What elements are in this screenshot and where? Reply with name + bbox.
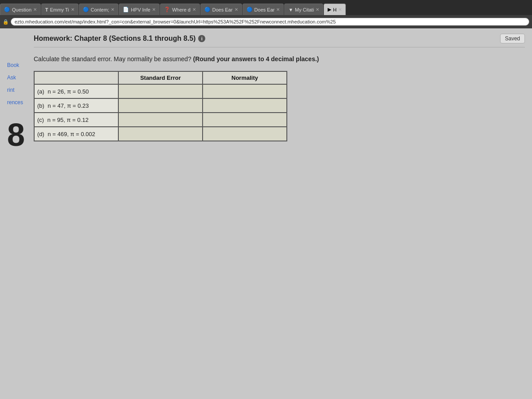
tab-active-close[interactable]: ✕ xyxy=(338,7,342,12)
main-area: Homework: Chapter 8 (Sections 8.1 throug… xyxy=(30,34,525,394)
tab-citation-icon: ▼ xyxy=(288,7,293,12)
tab-emmy-label: Emmy Ti xyxy=(50,7,69,12)
row-c-se-field[interactable] xyxy=(123,117,198,123)
tab-citation-close[interactable]: ✕ xyxy=(316,7,319,12)
tab-does1-close[interactable]: ✕ xyxy=(235,7,238,12)
tab-hpv-label: HPV Infe xyxy=(131,7,150,12)
tab-where-label: Where d xyxy=(172,7,191,12)
sidebar-book[interactable]: Book xyxy=(7,62,23,68)
row-c-params: n = 95, π = 0.12 xyxy=(47,117,89,123)
tab-hpv-close[interactable]: ✕ xyxy=(152,7,156,12)
sidebar-ask[interactable]: Ask xyxy=(7,74,23,81)
tab-question[interactable]: 🔵 Question ✕ xyxy=(0,4,41,15)
tab-hpv[interactable]: 📄 HPV Infe ✕ xyxy=(119,4,160,15)
row-b-se-field[interactable] xyxy=(123,102,198,109)
row-b-params: n = 47, π = 0.23 xyxy=(48,102,89,109)
row-a-se-field[interactable] xyxy=(123,88,198,95)
tab-contem-label: Contem; xyxy=(91,7,110,12)
tab-where-close[interactable]: ✕ xyxy=(192,7,196,12)
tab-does2-icon: 🔵 xyxy=(246,7,253,12)
row-a-normality-input[interactable] xyxy=(203,84,287,98)
tab-emmy-close[interactable]: ✕ xyxy=(71,7,74,12)
tab-active[interactable]: ▶ H ✕ xyxy=(324,4,346,15)
question-text-emphasis: (Round your answers to 4 decimal places.… xyxy=(193,55,319,63)
sidebar-print[interactable]: rint xyxy=(7,87,23,93)
saved-badge: Saved xyxy=(500,34,525,43)
question-number: 8 xyxy=(7,119,25,151)
answer-table: Standard Error Normality (a) n = 26, π =… xyxy=(34,71,287,141)
homework-title-text: Homework: Chapter 8 (Sections 8.1 throug… xyxy=(34,35,196,43)
tab-does2[interactable]: 🔵 Does Ear ✕ xyxy=(243,4,284,15)
row-d-norm-field[interactable] xyxy=(207,131,282,137)
tab-contem-icon: 🔵 xyxy=(83,7,89,12)
lock-icon: 🔒 xyxy=(3,19,9,25)
question-text: Calculate the standard error. May normal… xyxy=(34,55,525,64)
table-header-standard-error: Standard Error xyxy=(118,71,203,84)
homework-header: Homework: Chapter 8 (Sections 8.1 throug… xyxy=(34,34,525,47)
tab-emmy[interactable]: T Emmy Ti ✕ xyxy=(41,4,78,15)
address-bar-row: 🔒 ezto.mheducation.com/ext/map/index.htm… xyxy=(0,15,532,28)
row-d-letter: (d) xyxy=(37,131,44,137)
tab-does2-close[interactable]: ✕ xyxy=(276,7,280,12)
page-content: Book Ask rint rences 8 Homework: Chapter… xyxy=(0,28,532,399)
homework-title: Homework: Chapter 8 (Sections 8.1 throug… xyxy=(34,35,205,43)
tab-citation[interactable]: ▼ My Citati ✕ xyxy=(284,4,323,15)
tab-question-label: Question xyxy=(12,7,31,12)
tab-active-label: H xyxy=(333,7,336,12)
row-b-norm-field[interactable] xyxy=(207,102,282,109)
table-header-normality: Normality xyxy=(203,71,287,84)
tab-where[interactable]: ❓ Where d ✕ xyxy=(160,4,200,15)
row-b-letter: (b) xyxy=(37,102,44,109)
row-b-label: (b) n = 47, π = 0.23 xyxy=(34,98,118,113)
row-a-params: n = 26, π = 0.50 xyxy=(48,88,89,95)
table-header-empty xyxy=(34,71,118,84)
tab-emmy-icon: T xyxy=(45,7,48,12)
tab-contem-close[interactable]: ✕ xyxy=(111,7,114,12)
tab-question-close[interactable]: ✕ xyxy=(33,7,37,12)
question-text-main: Calculate the standard error. May normal… xyxy=(34,55,192,63)
left-sidebar: Book Ask rint rences 8 xyxy=(7,34,30,394)
info-icon[interactable]: i xyxy=(198,35,205,42)
row-c-norm-field[interactable] xyxy=(207,117,282,123)
row-d-params: n = 469, π = 0.002 xyxy=(48,131,95,137)
tab-hpv-icon: 📄 xyxy=(123,7,129,12)
row-a-standard-error-input[interactable] xyxy=(118,84,203,98)
table-row: (a) n = 26, π = 0.50 xyxy=(34,84,287,98)
tab-does1-icon: 🔵 xyxy=(204,7,211,12)
table-row: (d) n = 469, π = 0.002 xyxy=(34,127,287,141)
row-c-normality-input[interactable] xyxy=(203,113,287,127)
row-d-se-field[interactable] xyxy=(123,131,198,137)
tab-active-icon: ▶ xyxy=(328,7,331,12)
tab-question-icon: 🔵 xyxy=(4,7,10,12)
row-d-label: (d) n = 469, π = 0.002 xyxy=(34,127,118,141)
row-d-normality-input[interactable] xyxy=(203,127,287,141)
row-b-standard-error-input[interactable] xyxy=(118,98,203,113)
tab-does2-label: Does Ear xyxy=(254,7,275,12)
table-row: (c) n = 95, π = 0.12 xyxy=(34,113,287,127)
row-a-norm-field[interactable] xyxy=(207,88,282,95)
tab-does1-label: Does Ear xyxy=(212,7,233,12)
tab-citation-label: My Citati xyxy=(295,7,314,12)
row-c-standard-error-input[interactable] xyxy=(118,113,203,127)
browser-chrome: 🔵 Question ✕ T Emmy Ti ✕ 🔵 Contem; ✕ 📄 H… xyxy=(0,0,532,28)
row-c-label: (c) n = 95, π = 0.12 xyxy=(34,113,118,127)
address-bar[interactable]: ezto.mheducation.com/ext/map/index.html?… xyxy=(11,18,529,26)
tab-does1[interactable]: 🔵 Does Ear ✕ xyxy=(200,4,242,15)
row-d-standard-error-input[interactable] xyxy=(118,127,203,141)
tab-where-icon: ❓ xyxy=(164,7,170,12)
row-b-normality-input[interactable] xyxy=(203,98,287,113)
tab-contem[interactable]: 🔵 Contem; ✕ xyxy=(79,4,119,15)
tab-bar: 🔵 Question ✕ T Emmy Ti ✕ 🔵 Contem; ✕ 📄 H… xyxy=(0,0,532,15)
row-a-letter: (a) xyxy=(37,88,44,95)
row-a-label: (a) n = 26, π = 0.50 xyxy=(34,84,118,98)
row-c-letter: (c) xyxy=(37,117,44,123)
sidebar-references[interactable]: rences xyxy=(7,99,23,106)
table-row: (b) n = 47, π = 0.23 xyxy=(34,98,287,113)
